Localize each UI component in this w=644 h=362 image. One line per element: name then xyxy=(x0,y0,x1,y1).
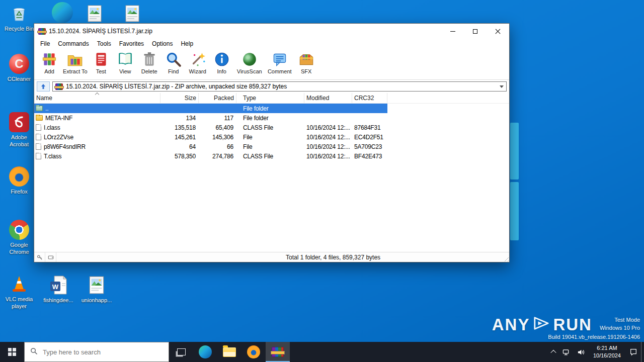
anyrun-logo-run: RUN xyxy=(553,316,592,333)
desktop-icon-label: Firefox xyxy=(11,189,28,196)
column-header-name[interactable]: Name xyxy=(34,93,160,103)
column-header-size[interactable]: Size xyxy=(160,93,199,103)
title-bar[interactable]: 15.10.2024. SİPARİŞ LİSTESİ.7.jar.zip xyxy=(34,24,509,39)
watermark-os: Windows 10 Pro xyxy=(600,324,640,332)
table-row[interactable]: I.class 135,518 65,409 CLASS File 10/16/… xyxy=(34,123,509,132)
extract-to-icon xyxy=(66,51,84,68)
notification-center-icon[interactable] xyxy=(626,342,641,362)
taskbar-search[interactable] xyxy=(24,342,169,362)
desktop-icon-adobe-acrobat[interactable]: Adobe Acrobat xyxy=(1,112,37,148)
toolbar-virusscan-button[interactable]: VirusScan xyxy=(234,51,265,74)
tray-network-icon[interactable] xyxy=(559,342,574,362)
desktop-icon-fishingdee-doc[interactable]: W fishingdee... xyxy=(42,275,74,304)
column-header-modified[interactable]: Modified xyxy=(304,93,352,103)
file-name: T.class xyxy=(44,153,61,160)
tray-volume-icon[interactable] xyxy=(574,342,588,362)
desktop-icon-label: CCleaner xyxy=(8,76,31,83)
desktop-icon-unionhapp-image[interactable]: unionhapp... xyxy=(80,275,113,304)
toolbar: Add Extract To Test View xyxy=(34,49,509,80)
minimize-button[interactable] xyxy=(441,24,464,39)
menu-help[interactable]: Help xyxy=(177,40,197,48)
desktop-icon-edge[interactable] xyxy=(44,2,80,23)
toolbar-view-button[interactable]: View xyxy=(113,51,137,74)
maximize-button[interactable] xyxy=(464,24,487,39)
chevron-down-icon[interactable] xyxy=(500,85,504,88)
archive-path-combobox[interactable]: 15.10.2024. SİPARİŞ LİSTESİ.7.jar.zip - … xyxy=(52,81,507,92)
window-title: 15.10.2024. SİPARİŞ LİSTESİ.7.jar.zip xyxy=(49,28,441,35)
key-icon xyxy=(34,252,45,262)
clock-time: 6:21 AM xyxy=(597,344,617,352)
delete-icon xyxy=(141,51,158,68)
desktop-icon-google-chrome[interactable]: Google Chrome xyxy=(1,219,37,256)
image-file-icon xyxy=(86,275,107,296)
toolbar-sfx-button[interactable]: SFX xyxy=(294,51,318,74)
file-icon xyxy=(36,134,41,140)
resize-grip[interactable] xyxy=(503,255,509,261)
menu-commands[interactable]: Commands xyxy=(54,40,93,48)
up-one-level-button[interactable] xyxy=(37,81,50,92)
taskbar-firefox-button[interactable] xyxy=(242,342,266,362)
word-doc-icon: W xyxy=(48,275,69,296)
add-icon xyxy=(41,51,58,68)
column-header-crc32[interactable]: CRC32 xyxy=(352,93,387,103)
desktop-icon-firefox[interactable]: Firefox xyxy=(1,166,37,196)
folder-up-icon xyxy=(36,106,43,111)
column-header-filler xyxy=(387,93,509,103)
file-name: META-INF xyxy=(45,115,72,122)
file-icon xyxy=(36,143,41,150)
desktop-icon-image-2[interactable] xyxy=(122,3,142,24)
start-button[interactable] xyxy=(0,342,24,362)
close-button[interactable] xyxy=(487,24,509,39)
virusscan-icon xyxy=(241,51,258,68)
taskbar-winrar-button[interactable] xyxy=(266,342,290,362)
column-header-packed[interactable]: Packed xyxy=(199,93,236,103)
menu-file[interactable]: File xyxy=(36,40,54,48)
winrar-window: 15.10.2024. SİPARİŞ LİSTESİ.7.jar.zip Fi… xyxy=(34,23,510,262)
task-view-button[interactable] xyxy=(169,342,193,362)
menu-options[interactable]: Options xyxy=(148,40,177,48)
toolbar-comment-button[interactable]: Comment xyxy=(265,51,294,74)
taskbar-clock[interactable]: 6:21 AM 10/16/2024 xyxy=(588,342,626,362)
archive-icon xyxy=(55,83,63,90)
tray-chevron-up-icon[interactable] xyxy=(548,342,559,362)
table-row[interactable]: META-INF 134 117 File folder xyxy=(34,113,509,123)
status-bar: Total 1 folder, 4 files, 859,327 bytes xyxy=(34,252,509,262)
menu-tools[interactable]: Tools xyxy=(93,40,115,48)
search-input[interactable] xyxy=(43,348,163,356)
task-view-icon xyxy=(177,348,186,355)
desktop-icon-recycle-bin[interactable]: Recycle Bin xyxy=(1,3,37,33)
ccleaner-icon xyxy=(9,53,30,74)
desktop-icon-label: unionhapp... xyxy=(82,297,112,304)
toolbar-info-button[interactable]: Info xyxy=(210,51,234,74)
toolbar-extract-button[interactable]: Extract To xyxy=(61,51,89,74)
desktop-icon-image-1[interactable] xyxy=(85,3,105,24)
clock-date: 10/16/2024 xyxy=(593,352,621,359)
vlc-icon xyxy=(9,274,30,295)
table-row[interactable]: T.class 578,350 274,786 CLASS File 10/16… xyxy=(34,151,509,161)
toolbar-find-button[interactable]: Find xyxy=(162,51,186,74)
show-desktop-button[interactable] xyxy=(641,342,644,362)
column-headers: Name Size Packed Type Modified CRC32 xyxy=(34,93,509,104)
column-header-type[interactable]: Type xyxy=(236,93,304,103)
anyrun-logo-any: ANY xyxy=(492,316,530,333)
taskbar-explorer-button[interactable] xyxy=(217,342,242,362)
winrar-app-icon xyxy=(272,347,284,357)
desktop-icon-label: Adobe Acrobat xyxy=(1,134,37,148)
wallpaper-beam xyxy=(510,182,519,240)
desktop-icon-label: fishingdee... xyxy=(43,297,73,304)
toolbar-wizard-button[interactable]: Wizard xyxy=(186,51,210,74)
file-name: .. xyxy=(45,105,48,112)
table-row[interactable]: p8W6F4sndIRR 64 66 File 10/16/2024 12:..… xyxy=(34,142,509,151)
sfx-icon xyxy=(298,51,315,68)
desktop-icon-vlc[interactable]: VLC media player xyxy=(1,274,37,310)
toolbar-delete-button[interactable]: Delete xyxy=(137,51,162,74)
table-row[interactable]: LOrz2ZVse 145,261 145,306 File 10/16/202… xyxy=(34,132,509,142)
menu-favorites[interactable]: Favorites xyxy=(115,40,148,48)
toolbar-add-button[interactable]: Add xyxy=(37,51,61,74)
table-row[interactable]: .. File folder xyxy=(34,104,509,113)
info-icon xyxy=(213,51,230,68)
file-name: p8W6F4sndIRR xyxy=(44,143,86,150)
desktop-icon-ccleaner[interactable]: CCleaner xyxy=(1,53,37,83)
taskbar-edge-button[interactable] xyxy=(193,342,217,362)
toolbar-test-button[interactable]: Test xyxy=(89,51,113,74)
